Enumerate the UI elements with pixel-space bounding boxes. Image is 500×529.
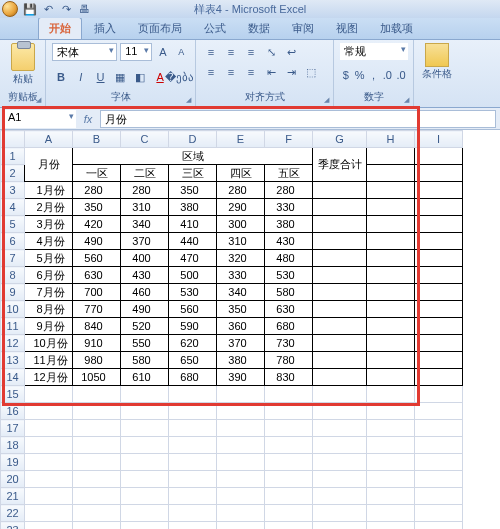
cell[interactable]: 530 [169,284,217,301]
cell[interactable] [415,165,463,182]
cell[interactable] [367,488,415,505]
cell[interactable]: 440 [169,233,217,250]
row-header[interactable]: 1 [1,148,25,165]
col-header[interactable]: E [217,131,265,148]
cell[interactable]: 2月份 [25,199,73,216]
cell[interactable] [367,420,415,437]
tab-addins[interactable]: 加载项 [370,18,423,39]
col-header[interactable]: I [415,131,463,148]
print-icon[interactable]: 🖶 [78,3,90,15]
col-header[interactable]: B [73,131,121,148]
dec-decimal-icon[interactable]: .0 [395,66,407,84]
cell[interactable] [265,437,313,454]
cell[interactable] [73,454,121,471]
cell[interactable]: 330 [265,199,313,216]
merge-button[interactable]: ⬚ [302,63,320,81]
cell[interactable] [415,454,463,471]
cell[interactable] [25,420,73,437]
cell[interactable] [367,386,415,403]
cell[interactable] [367,522,415,530]
cell[interactable] [73,386,121,403]
cell[interactable] [169,420,217,437]
cell[interactable] [367,471,415,488]
cell[interactable]: 620 [169,335,217,352]
orientation-icon[interactable]: ⤡ [262,43,280,61]
cell[interactable] [415,182,463,199]
cell[interactable]: 290 [217,199,265,216]
col-header[interactable]: G [313,131,367,148]
cell[interactable]: 500 [169,267,217,284]
cell[interactable]: 一区 [73,165,121,182]
name-box[interactable]: A1 [4,110,76,128]
cell[interactable] [217,471,265,488]
row-header[interactable]: 13 [1,352,25,369]
cell[interactable]: 300 [217,216,265,233]
phonetic-button[interactable]: �ება [171,68,189,86]
tab-view[interactable]: 视图 [326,18,368,39]
row-header[interactable]: 8 [1,267,25,284]
cell[interactable] [313,199,367,216]
cell[interactable]: 380 [169,199,217,216]
indent-dec-icon[interactable]: ⇤ [262,63,280,81]
cell[interactable]: 550 [121,335,169,352]
cell[interactable] [121,386,169,403]
cell[interactable] [313,182,367,199]
cell[interactable] [415,148,463,165]
cell[interactable]: 410 [169,216,217,233]
cell[interactable] [367,182,415,199]
cell[interactable] [217,437,265,454]
cell[interactable]: 700 [73,284,121,301]
conditional-format-icon[interactable] [425,43,449,67]
cell[interactable]: 910 [73,335,121,352]
cell[interactable] [73,505,121,522]
cell[interactable]: 610 [121,369,169,386]
cell[interactable] [367,318,415,335]
cell[interactable] [313,267,367,284]
cell[interactable] [169,488,217,505]
cell[interactable]: 280 [265,182,313,199]
font-name-combo[interactable]: 宋体 [52,43,117,61]
cell[interactable]: 350 [169,182,217,199]
cell[interactable] [313,505,367,522]
cell[interactable]: 770 [73,301,121,318]
cell[interactable] [313,386,367,403]
cell[interactable] [415,505,463,522]
cell[interactable] [121,505,169,522]
cell[interactable] [121,420,169,437]
cell[interactable] [169,403,217,420]
cell[interactable] [313,233,367,250]
cell[interactable]: 380 [217,352,265,369]
cell[interactable] [367,437,415,454]
tab-formulas[interactable]: 公式 [194,18,236,39]
cell[interactable]: 9月份 [25,318,73,335]
cell[interactable]: 四区 [217,165,265,182]
cell[interactable]: 340 [121,216,169,233]
cell[interactable] [313,369,367,386]
comma-icon[interactable]: , [368,66,380,84]
currency-icon[interactable]: $ [340,66,352,84]
row-header[interactable]: 22 [1,505,25,522]
cell[interactable]: 350 [217,301,265,318]
cell[interactable]: 650 [169,352,217,369]
select-all-corner[interactable] [1,131,25,148]
cell[interactable] [313,488,367,505]
row-header[interactable]: 10 [1,301,25,318]
bold-button[interactable]: B [52,68,70,86]
cell[interactable] [121,471,169,488]
cell[interactable] [313,403,367,420]
grow-font-icon[interactable]: A [155,43,170,61]
cell[interactable]: 490 [73,233,121,250]
row-header[interactable]: 19 [1,454,25,471]
cell[interactable] [367,301,415,318]
col-header[interactable]: A [25,131,73,148]
cell[interactable]: 5月份 [25,250,73,267]
cell[interactable] [367,250,415,267]
inc-decimal-icon[interactable]: .0 [381,66,393,84]
cell[interactable] [367,165,415,182]
cell[interactable]: 区域 [73,148,313,165]
cell[interactable] [367,216,415,233]
col-header[interactable]: C [121,131,169,148]
cell[interactable] [313,250,367,267]
col-header[interactable]: D [169,131,217,148]
col-header[interactable]: F [265,131,313,148]
